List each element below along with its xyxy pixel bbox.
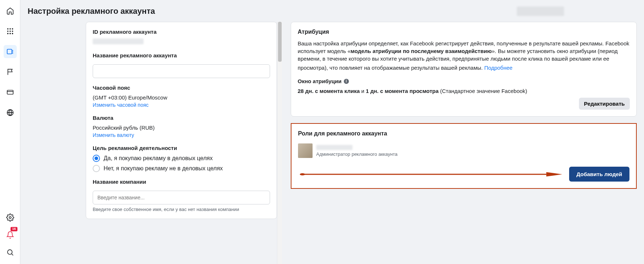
svg-point-12: [7, 250, 12, 255]
purpose-radio-no[interactable]: [93, 165, 100, 172]
attribution-card: Атрибуция Ваша настройка атрибуции опред…: [291, 22, 637, 117]
learn-more-link[interactable]: Подробнее: [484, 64, 512, 72]
page-title: Настройка рекламного аккаунта: [28, 7, 155, 16]
svg-rect-10: [7, 90, 13, 94]
svg-point-6: [7, 33, 8, 34]
notification-badge: 16: [11, 227, 17, 231]
settings-icon[interactable]: [4, 211, 17, 224]
purpose-label: Цель рекламной деятельности: [93, 145, 270, 151]
info-icon[interactable]: i: [344, 79, 349, 84]
purpose-radio-yes[interactable]: [93, 155, 100, 162]
svg-point-3: [7, 31, 8, 32]
svg-point-4: [9, 31, 11, 32]
roles-title: Роли для рекламного аккаунта: [298, 130, 629, 137]
page-header: Настройка рекламного аккаунта: [20, 0, 644, 22]
add-people-button[interactable]: Добавить людей: [569, 167, 629, 182]
company-helper-text: Введите свое собственное имя, если у вас…: [93, 207, 270, 212]
svg-rect-9: [7, 49, 12, 54]
account-id-value: [93, 38, 144, 44]
attribution-values: 28 дн. с момента клика и 1 дн. с момента…: [298, 88, 630, 94]
card-icon[interactable]: [4, 86, 17, 99]
purpose-radio-yes-label: Да, я покупаю рекламу в деловых целях: [104, 155, 213, 162]
flag-icon[interactable]: [4, 65, 17, 78]
user-role: Администратор рекламного аккаунта: [316, 151, 398, 157]
edit-attribution-button[interactable]: Редактировать: [579, 98, 630, 110]
user-name: [316, 145, 353, 150]
svg-point-2: [12, 28, 13, 30]
change-currency-link[interactable]: Изменить валюту: [93, 132, 134, 138]
globe-icon[interactable]: [4, 106, 17, 119]
role-row: Администратор рекламного аккаунта: [298, 143, 629, 158]
currency-value: Российский рубль (RUB): [93, 125, 270, 131]
account-id-label: ID рекламного аккаунта: [93, 29, 270, 35]
timezone-value: (GMT +03:00) Europe/Moscow: [93, 94, 270, 101]
change-timezone-link[interactable]: Изменить часовой пояс: [93, 102, 149, 108]
roles-card: Роли для рекламного аккаунта Администрат…: [291, 123, 637, 189]
ad-account-icon[interactable]: [4, 45, 17, 58]
search-icon[interactable]: [4, 246, 17, 259]
arrow-annotation: [298, 171, 564, 178]
svg-point-8: [12, 33, 13, 34]
home-icon[interactable]: [4, 4, 17, 17]
sidebar-nav: 16: [0, 0, 20, 264]
svg-point-0: [7, 28, 8, 30]
currency-label: Валюта: [93, 115, 270, 121]
account-selector[interactable]: [517, 7, 564, 16]
svg-marker-14: [546, 172, 562, 176]
attribution-title: Атрибуция: [298, 29, 630, 35]
company-label: Название компании: [93, 179, 270, 185]
company-name-input[interactable]: [93, 191, 270, 204]
svg-point-5: [12, 31, 13, 32]
account-name-label: Название рекламного аккаунта: [93, 52, 270, 58]
svg-point-1: [9, 28, 11, 30]
account-name-input[interactable]: [93, 64, 270, 78]
purpose-radio-no-label: Нет, я покупаю рекламу не в деловых целя…: [104, 165, 223, 172]
svg-point-7: [9, 33, 11, 34]
avatar: [298, 143, 313, 158]
apps-icon[interactable]: [4, 25, 17, 38]
scrollbar[interactable]: [277, 22, 282, 264]
attribution-window-label: Окно атрибуции i: [298, 78, 630, 84]
svg-point-15: [300, 173, 305, 175]
attribution-description: Ваша настройка атрибуции определяет, как…: [298, 40, 630, 72]
account-settings-card: ID рекламного аккаунта Название рекламно…: [86, 22, 277, 219]
timezone-label: Часовой пояс: [93, 85, 270, 91]
svg-point-11: [9, 216, 11, 219]
